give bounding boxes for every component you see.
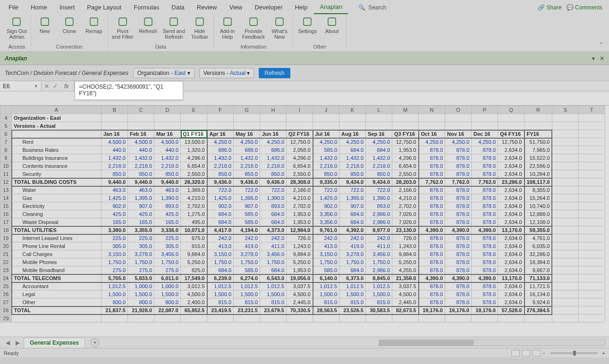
- data-cell[interactable]: 3,356.0: [313, 210, 339, 218]
- data-cell[interactable]: 51,750.0: [524, 138, 552, 146]
- data-cell[interactable]: 585.0: [313, 146, 339, 154]
- data-cell[interactable]: 1,953.0: [287, 210, 313, 218]
- data-cell[interactable]: 878.0: [472, 194, 498, 202]
- data-cell[interactable]: 4,296.0: [181, 154, 207, 162]
- data-cell[interactable]: 4,392.0: [339, 226, 366, 234]
- row-label[interactable]: Phone Line Rental: [12, 242, 102, 250]
- data-cell[interactable]: 463.0: [102, 186, 128, 194]
- column-header[interactable]: T: [578, 106, 605, 114]
- cell[interactable]: [578, 218, 605, 226]
- data-cell[interactable]: 242.0: [313, 234, 339, 242]
- data-cell[interactable]: 1,390.0: [260, 194, 287, 202]
- data-cell[interactable]: 878.0: [445, 218, 472, 226]
- data-cell[interactable]: 4,500.0: [128, 138, 154, 146]
- row-header[interactable]: 7: [0, 138, 12, 146]
- cell[interactable]: [234, 314, 260, 323]
- cell[interactable]: [578, 210, 605, 218]
- data-cell[interactable]: 19,176.0: [472, 306, 498, 314]
- data-cell[interactable]: 800.0: [102, 298, 128, 306]
- row-header[interactable]: 13: [0, 186, 12, 194]
- data-cell[interactable]: 3,456.0: [260, 250, 287, 258]
- column-header[interactable]: S: [552, 106, 578, 114]
- row-header[interactable]: 18: [0, 226, 12, 234]
- name-box[interactable]: E6 ▼: [0, 81, 42, 91]
- column-header[interactable]: K: [339, 106, 366, 114]
- data-cell[interactable]: 12,750.0: [392, 138, 419, 146]
- row-header[interactable]: 26: [0, 290, 12, 298]
- data-cell[interactable]: 4,210.0: [392, 194, 419, 202]
- data-cell[interactable]: 1,000.0: [128, 282, 154, 290]
- data-cell[interactable]: 815.0: [260, 298, 287, 306]
- data-cell[interactable]: 23,231.5: [234, 306, 260, 314]
- data-cell[interactable]: 23,679.5: [260, 306, 287, 314]
- data-cell[interactable]: 242.0: [207, 234, 234, 242]
- data-cell[interactable]: 585.0: [234, 210, 260, 218]
- cell[interactable]: [552, 282, 578, 290]
- data-cell[interactable]: 878.0: [472, 186, 498, 194]
- row-label[interactable]: Gas: [12, 194, 102, 202]
- data-cell[interactable]: 878.0: [472, 266, 498, 274]
- data-cell[interactable]: 1,395.0: [234, 194, 260, 202]
- data-cell[interactable]: 242.0: [260, 234, 287, 242]
- row-label[interactable]: Water: [12, 186, 102, 194]
- cell[interactable]: [578, 202, 605, 210]
- cell[interactable]: [524, 122, 552, 130]
- cell[interactable]: [578, 258, 605, 266]
- tab-nav-next[interactable]: ▶: [14, 339, 22, 346]
- data-cell[interactable]: 878.0: [419, 282, 445, 290]
- data-cell[interactable]: 1,243.0: [287, 242, 313, 250]
- data-cell[interactable]: 684.0: [260, 266, 287, 274]
- data-cell[interactable]: 463.0: [128, 186, 154, 194]
- data-cell[interactable]: 2,218.0: [128, 162, 154, 170]
- data-cell[interactable]: 9,884.0: [287, 250, 313, 258]
- data-cell[interactable]: 2,218.0: [102, 162, 128, 170]
- data-cell[interactable]: 878.0: [445, 266, 472, 274]
- data-cell[interactable]: 3,037.5: [392, 282, 419, 290]
- ribbon-add-in[interactable]: Add-inHelp: [217, 15, 238, 44]
- data-cell[interactable]: 878.0: [445, 250, 472, 258]
- period-header[interactable]: Q1 FY16: [181, 130, 207, 138]
- data-cell[interactable]: 225.0: [102, 234, 128, 242]
- data-cell[interactable]: 4,500.0: [154, 138, 181, 146]
- data-cell[interactable]: 425.0: [128, 210, 154, 218]
- data-cell[interactable]: 1,953.0: [287, 218, 313, 226]
- data-cell[interactable]: 6,373.0: [339, 274, 366, 282]
- data-cell[interactable]: 2,634.0: [498, 282, 524, 290]
- data-cell[interactable]: 2,634.0: [498, 290, 524, 298]
- data-cell[interactable]: 2,550.0: [287, 170, 313, 178]
- cell[interactable]: [102, 122, 128, 130]
- cell[interactable]: [578, 226, 605, 234]
- ribbon-what-s[interactable]: What'sNew: [269, 15, 290, 44]
- data-cell[interactable]: 4,500.0: [287, 290, 313, 298]
- data-cell[interactable]: 878.0: [419, 290, 445, 298]
- data-cell[interactable]: 684.0: [207, 218, 234, 226]
- row-label[interactable]: Cleaning: [12, 210, 102, 218]
- data-cell[interactable]: 878.0: [472, 210, 498, 218]
- data-cell[interactable]: 70,330.5: [287, 306, 313, 314]
- row-label[interactable]: TOTAL UTILITIES: [12, 226, 102, 234]
- data-cell[interactable]: 12,984.0: [287, 226, 313, 234]
- data-cell[interactable]: 9,440.0: [128, 178, 154, 186]
- data-cell[interactable]: 850.0: [234, 170, 260, 178]
- data-cell[interactable]: 893.0: [366, 202, 392, 210]
- data-cell[interactable]: 8,845.0: [366, 274, 392, 282]
- data-cell[interactable]: 1,750.0: [366, 258, 392, 266]
- cell[interactable]: [552, 226, 578, 234]
- column-header[interactable]: R: [524, 106, 552, 114]
- column-header[interactable]: C: [128, 106, 154, 114]
- data-cell[interactable]: 878.0: [472, 298, 498, 306]
- menu-formulas[interactable]: Formulas: [128, 2, 165, 14]
- data-cell[interactable]: 2,634.0: [498, 266, 524, 274]
- data-cell[interactable]: 5,250.0: [287, 258, 313, 266]
- data-cell[interactable]: 850.0: [313, 170, 339, 178]
- data-cell[interactable]: 1,425.0: [102, 194, 128, 202]
- ribbon-remap[interactable]: Remap: [83, 15, 105, 44]
- data-cell[interactable]: 275.0: [102, 266, 128, 274]
- data-cell[interactable]: 1,000.0: [154, 282, 181, 290]
- data-cell[interactable]: 726.0: [392, 234, 419, 242]
- data-cell[interactable]: 686.0: [207, 146, 234, 154]
- row-header[interactable]: 12: [0, 178, 12, 186]
- ribbon-hide[interactable]: HideToolbar: [189, 15, 211, 44]
- row-header[interactable]: 8: [0, 146, 12, 154]
- data-cell[interactable]: 907.0: [128, 202, 154, 210]
